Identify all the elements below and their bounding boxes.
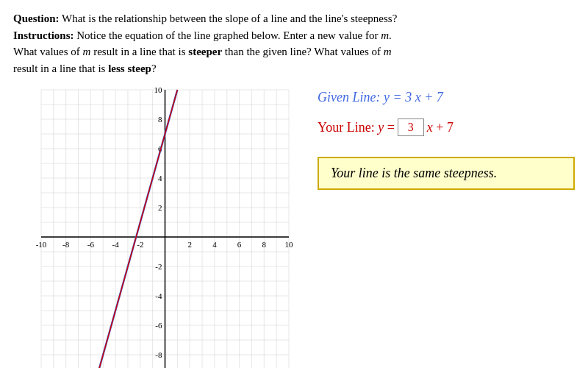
given-line-label: Given Line: y = 3 x + 7 [318, 90, 443, 105]
instructions-text: Notice the equation of the line graphed … [74, 29, 381, 41]
m-input[interactable] [398, 118, 424, 136]
m-var-1: m [381, 29, 389, 41]
graph-canvas [13, 82, 296, 368]
your-line-label: Your Line: y = [318, 120, 395, 135]
line2-text: What values of [13, 46, 83, 57]
line2b-text: result in a line that is [90, 46, 188, 57]
m-var-3: m [384, 46, 392, 57]
instructions-prefix: Instructions: [13, 29, 74, 41]
right-panel: Given Line: y = 3 x + 7 Your Line: y = x… [300, 82, 575, 368]
steeper-text: steeper [188, 46, 222, 57]
your-line-suffix: x + 7 [427, 120, 453, 135]
given-line-display: Given Line: y = 3 x + 7 [318, 90, 575, 105]
instructions-text2: . [389, 29, 392, 41]
line3-text: result in a line that is [13, 63, 108, 74]
question-block: Question: What is the relationship betwe… [13, 10, 575, 77]
m-var-2: m [83, 46, 91, 57]
question-prefix: Question: [13, 13, 60, 24]
line2c-text: than the given line? What values of [222, 46, 384, 57]
status-box: Your line is the same steepness. [318, 157, 575, 190]
line3b-text: ? [151, 63, 157, 74]
your-line-display: Your Line: y = x + 7 [318, 118, 575, 136]
graph-area [13, 82, 300, 368]
question-text: What is the relationship between the slo… [60, 13, 398, 24]
less-steep-text: less steep [108, 63, 151, 74]
status-message: Your line is the same steepness. [331, 166, 497, 180]
